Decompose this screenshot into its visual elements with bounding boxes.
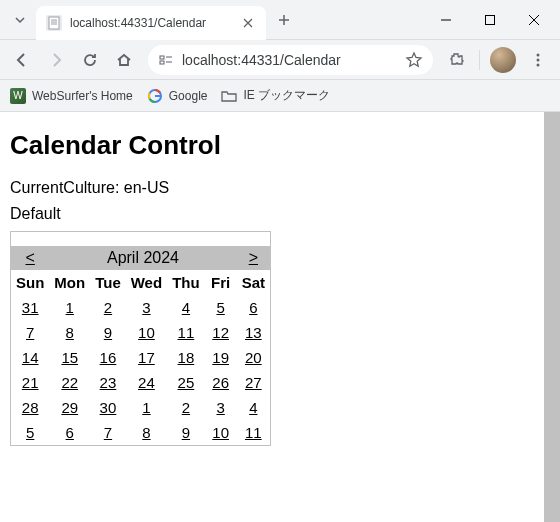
calendar-day[interactable]: 7 [11, 320, 49, 345]
page-heading: Calendar Control [10, 130, 550, 161]
bookmark-label: IE ブックマーク [243, 87, 330, 104]
calendar-day[interactable]: 16 [90, 345, 126, 370]
calendar-day[interactable]: 1 [49, 295, 90, 320]
calendar-day[interactable]: 26 [205, 370, 237, 395]
svg-rect-0 [49, 17, 59, 29]
calendar-day[interactable]: 17 [126, 345, 167, 370]
browser-toolbar: localhost:44331/Calendar [0, 40, 560, 80]
home-button[interactable] [108, 44, 140, 76]
day-header: Sat [237, 270, 270, 295]
calendar-day[interactable]: 27 [237, 370, 270, 395]
bookmark-label: WebSurfer's Home [32, 89, 133, 103]
bookmark-icon: W [10, 88, 26, 104]
calendar-day[interactable]: 9 [167, 420, 205, 445]
calendar-day[interactable]: 11 [167, 320, 205, 345]
default-label: Default [10, 205, 550, 223]
svg-rect-5 [486, 15, 495, 24]
bookmark-label: Google [169, 89, 208, 103]
calendar-day[interactable]: 6 [237, 295, 270, 320]
toolbar-divider [479, 50, 480, 70]
day-header: Fri [205, 270, 237, 295]
calendar-day[interactable]: 12 [205, 320, 237, 345]
calendar-day[interactable]: 31 [11, 295, 49, 320]
calendar-day[interactable]: 13 [237, 320, 270, 345]
calendar-control: < April 2024 > Sun Mon Tue Wed Thu Fri S… [10, 231, 271, 446]
bookmark-websurfer[interactable]: W WebSurfer's Home [10, 88, 133, 104]
culture-info: CurrentCulture: en-US [10, 179, 550, 197]
url-text: localhost:44331/Calendar [182, 52, 405, 68]
reload-button[interactable] [74, 44, 106, 76]
address-bar[interactable]: localhost:44331/Calendar [148, 45, 433, 75]
vertical-scrollbar[interactable] [544, 112, 560, 522]
calendar-day[interactable]: 25 [167, 370, 205, 395]
back-button[interactable] [6, 44, 38, 76]
calendar-day[interactable]: 1 [126, 395, 167, 420]
calendar-day[interactable]: 20 [237, 345, 270, 370]
extensions-button[interactable] [441, 44, 473, 76]
calendar-day[interactable]: 10 [126, 320, 167, 345]
calendar-day[interactable]: 7 [90, 420, 126, 445]
forward-button[interactable] [40, 44, 72, 76]
calendar-day[interactable]: 5 [11, 420, 49, 445]
calendar-day[interactable]: 2 [90, 295, 126, 320]
bookmark-star-icon[interactable] [405, 51, 423, 69]
day-header: Tue [90, 270, 126, 295]
svg-point-10 [537, 53, 540, 56]
bookmarks-bar: W WebSurfer's Home Google IE ブックマーク [0, 80, 560, 112]
calendar-title: April 2024 [49, 246, 236, 270]
calendar-day[interactable]: 6 [49, 420, 90, 445]
minimize-button[interactable] [424, 4, 468, 36]
page-content: Calendar Control CurrentCulture: en-US D… [0, 112, 560, 522]
bookmark-ie-folder[interactable]: IE ブックマーク [221, 87, 330, 104]
day-header: Sun [11, 270, 49, 295]
calendar-next-button[interactable]: > [237, 246, 270, 270]
calendar-day[interactable]: 8 [49, 320, 90, 345]
day-header: Thu [167, 270, 205, 295]
menu-button[interactable] [522, 44, 554, 76]
browser-titlebar: localhost:44331/Calendar [0, 0, 560, 40]
calendar-day[interactable]: 14 [11, 345, 49, 370]
svg-rect-7 [160, 61, 164, 64]
page-favicon [46, 15, 62, 31]
calendar-day[interactable]: 10 [205, 420, 237, 445]
scrollbar-thumb[interactable] [544, 112, 560, 522]
close-tab-button[interactable] [240, 15, 256, 31]
browser-tab[interactable]: localhost:44331/Calendar [36, 6, 266, 40]
calendar-day[interactable]: 29 [49, 395, 90, 420]
maximize-button[interactable] [468, 4, 512, 36]
calendar-day[interactable]: 24 [126, 370, 167, 395]
calendar-day[interactable]: 19 [205, 345, 237, 370]
svg-point-12 [537, 63, 540, 66]
tab-search-dropdown[interactable] [4, 4, 36, 36]
folder-icon [221, 88, 237, 104]
calendar-day[interactable]: 3 [205, 395, 237, 420]
calendar-prev-button[interactable]: < [11, 246, 49, 270]
bookmark-google[interactable]: Google [147, 88, 208, 104]
calendar-day[interactable]: 28 [11, 395, 49, 420]
calendar-day[interactable]: 4 [167, 295, 205, 320]
calendar-day[interactable]: 2 [167, 395, 205, 420]
calendar-day[interactable]: 3 [126, 295, 167, 320]
new-tab-button[interactable] [270, 6, 298, 34]
calendar-day[interactable]: 23 [90, 370, 126, 395]
day-header: Mon [49, 270, 90, 295]
calendar-day[interactable]: 22 [49, 370, 90, 395]
day-header: Wed [126, 270, 167, 295]
calendar-day[interactable]: 30 [90, 395, 126, 420]
calendar-day[interactable]: 9 [90, 320, 126, 345]
calendar-day[interactable]: 15 [49, 345, 90, 370]
google-icon [147, 88, 163, 104]
calendar-day[interactable]: 5 [205, 295, 237, 320]
calendar-day[interactable]: 4 [237, 395, 270, 420]
site-info-icon[interactable] [158, 52, 174, 68]
svg-rect-6 [160, 56, 164, 59]
calendar-day[interactable]: 11 [237, 420, 270, 445]
tab-title: localhost:44331/Calendar [70, 16, 240, 30]
close-window-button[interactable] [512, 4, 556, 36]
calendar-day[interactable]: 8 [126, 420, 167, 445]
calendar-day[interactable]: 21 [11, 370, 49, 395]
profile-avatar[interactable] [490, 47, 516, 73]
calendar-day[interactable]: 18 [167, 345, 205, 370]
svg-point-11 [537, 58, 540, 61]
